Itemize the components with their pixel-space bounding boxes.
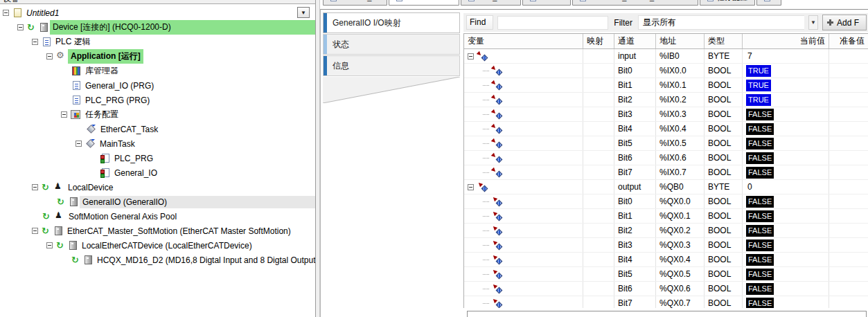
value-text[interactable]: 7 — [746, 51, 752, 61]
add-fb-button[interactable]: Add F — [822, 15, 867, 30]
prepared-value-cell[interactable] — [829, 282, 868, 296]
value-badge[interactable]: FALSE — [746, 298, 774, 309]
io-table-row[interactable]: Bit0%IX0.0BOOLTRUE — [464, 64, 868, 78]
column-header-type[interactable]: 类型 — [705, 34, 743, 48]
expand-collapse-icon[interactable] — [17, 24, 24, 30]
expand-collapse-icon[interactable] — [468, 184, 474, 190]
value-badge[interactable]: FALSE — [746, 210, 774, 222]
tree-item[interactable]: General_IO (PRG) — [0, 78, 315, 93]
column-header-channel[interactable]: 通道 — [614, 34, 656, 48]
value-badge[interactable]: FALSE — [746, 239, 774, 251]
tab-information[interactable]: 信息 — [323, 55, 460, 76]
tree-item[interactable]: Application [运行] — [0, 49, 315, 64]
document-tab[interactable]: Device — [522, 0, 571, 6]
value-badge[interactable]: FALSE — [746, 138, 774, 150]
io-table-row[interactable]: Bit2%QX0.2BOOLFALSE — [464, 224, 868, 238]
tab-io-mapping[interactable]: GeneralIO I/O映射 — [323, 12, 460, 33]
expand-collapse-icon[interactable] — [468, 53, 474, 60]
io-table-row[interactable]: Bit7%QX0.7BOOLFALSE — [464, 296, 868, 308]
document-tab[interactable] — [756, 0, 781, 6]
tree-item[interactable]: ↻Device [连接的] (HCQ0-1200-D) — [0, 20, 315, 35]
tree-item[interactable]: ↻HCQX_MD16_D2 (MD16,8 Digtal Input and 8… — [0, 253, 315, 267]
filter-select[interactable]: 显示所有 — [638, 15, 804, 30]
document-tab[interactable]: GeneralIO✕ — [389, 0, 459, 6]
tree-item[interactable]: Untitled1 — [0, 6, 315, 20]
tree-item[interactable]: ↻GeneralIO (GeneralIO) — [0, 194, 315, 209]
document-tab[interactable]: 任务配置 — [700, 0, 755, 6]
expand-collapse-icon[interactable] — [61, 111, 67, 118]
value-badge[interactable]: FALSE — [746, 123, 774, 135]
tree-item[interactable]: ↻LocalDevice — [0, 180, 315, 194]
value-badge[interactable]: FALSE — [746, 283, 774, 295]
prepared-value-cell[interactable] — [829, 122, 868, 136]
io-table-row[interactable]: output%QB0BYTE0 — [464, 180, 868, 194]
expand-collapse-icon[interactable] — [3, 10, 9, 16]
io-table-row[interactable]: Bit7%IX0.7BOOLFALSE — [464, 165, 868, 180]
tree-item[interactable]: 库管理器 — [0, 64, 315, 78]
close-icon[interactable]: ✕ — [445, 0, 451, 1]
prepared-value-cell[interactable] — [829, 165, 868, 179]
prepared-value-cell[interactable] — [829, 78, 868, 92]
io-table-row[interactable]: Bit5%QX0.5BOOLFALSE — [464, 267, 868, 282]
tree-item[interactable]: 任务配置 — [0, 107, 315, 122]
prepared-value-cell[interactable] — [829, 224, 868, 237]
find-input[interactable] — [497, 16, 608, 30]
tree-item[interactable]: ↻SoftMotion General Axis Pool — [0, 209, 315, 224]
io-table-row[interactable]: Bit6%QX0.6BOOLFALSE — [464, 282, 868, 296]
column-header-variable[interactable]: 变量 — [464, 34, 583, 48]
tree-item[interactable]: ↻EtherCAT_Master_SoftMotion (EtherCAT Ma… — [0, 224, 315, 238]
io-table-row[interactable]: Bit3%QX0.3BOOLFALSE — [464, 238, 868, 253]
value-badge[interactable]: FALSE — [746, 196, 774, 208]
value-badge[interactable]: TRUE — [746, 94, 771, 106]
column-header-mapping[interactable]: 映射 — [583, 34, 614, 48]
value-badge[interactable]: FALSE — [746, 254, 774, 266]
tree-item[interactable]: ↻LocalEtherCATDevice (LocalEtherCATDevic… — [0, 238, 315, 253]
project-dropdown-button[interactable]: ▼ — [297, 7, 310, 18]
value-badge[interactable]: TRUE — [746, 80, 771, 91]
value-text[interactable]: 0 — [746, 182, 752, 192]
expand-collapse-icon[interactable] — [32, 39, 38, 45]
expand-collapse-icon[interactable] — [32, 184, 38, 190]
io-table-row[interactable]: Bit1%QX0.1BOOLFALSE — [464, 209, 868, 224]
tree-item[interactable]: PLC 逻辑 — [0, 35, 315, 49]
prepared-value-cell[interactable] — [829, 296, 868, 308]
io-table-row[interactable]: Bit4%QX0.4BOOLFALSE — [464, 253, 868, 267]
column-header-address[interactable]: 地址 — [656, 34, 705, 48]
column-header-prepared-value[interactable]: 准备值 — [829, 34, 868, 48]
io-table-row[interactable]: Bit5%IX0.5BOOLFALSE — [464, 136, 868, 151]
prepared-value-cell[interactable] — [829, 64, 868, 78]
expand-collapse-icon[interactable] — [32, 228, 38, 234]
io-table-row[interactable]: Bit1%IX0.1BOOLTRUE — [464, 78, 868, 93]
value-badge[interactable]: FALSE — [746, 167, 774, 179]
prepared-value-cell[interactable] — [829, 93, 868, 107]
prepared-value-cell[interactable] — [829, 194, 868, 208]
io-table-row[interactable]: Bit0%QX0.0BOOLFALSE — [464, 194, 868, 209]
prepared-value-cell[interactable] — [829, 107, 868, 121]
prepared-value-cell[interactable] — [829, 49, 868, 63]
value-badge[interactable]: FALSE — [746, 269, 774, 280]
io-table-row[interactable]: Bit2%IX0.2BOOLTRUE — [464, 93, 868, 107]
prepared-value-cell[interactable] — [829, 151, 868, 165]
prepared-value-cell[interactable] — [829, 180, 868, 194]
column-header-current-value[interactable]: 当前值 — [743, 34, 829, 48]
document-tab[interactable]: PLC_PRG — [461, 0, 521, 6]
value-badge[interactable]: FALSE — [746, 109, 774, 120]
tree-item[interactable]: MainTask — [0, 136, 315, 151]
io-table-row[interactable]: Bit3%IX0.3BOOLFALSE — [464, 107, 868, 122]
value-badge[interactable]: FALSE — [746, 225, 774, 237]
tree-item[interactable]: EtherCAT_Task — [0, 122, 315, 136]
tree-item[interactable]: General_IO — [0, 165, 315, 180]
prepared-value-cell[interactable] — [829, 136, 868, 150]
prepared-value-cell[interactable] — [829, 209, 868, 223]
io-table-row[interactable]: Bit4%IX0.4BOOLFALSE — [464, 122, 868, 136]
prepared-value-cell[interactable] — [829, 267, 868, 281]
tree-item[interactable]: PLC_PRG — [0, 151, 315, 165]
prepared-value-cell[interactable] — [829, 238, 868, 252]
expand-collapse-icon[interactable] — [76, 141, 82, 147]
io-table-row[interactable]: Bit6%IX0.6BOOLFALSE — [464, 151, 868, 165]
expand-collapse-icon[interactable] — [46, 53, 53, 60]
value-badge[interactable]: FALSE — [746, 152, 774, 164]
filter-dropdown-arrow-icon[interactable]: ▼ — [808, 15, 818, 30]
find-button[interactable]: Find — [466, 15, 493, 30]
tree-item[interactable]: PLC_PRG (PRG) — [0, 93, 315, 107]
